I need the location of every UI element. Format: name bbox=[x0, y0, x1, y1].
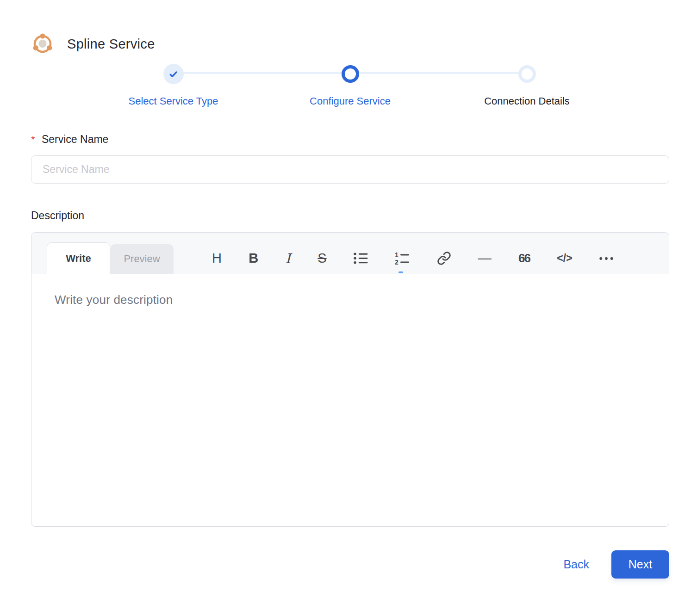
link-button[interactable] bbox=[436, 248, 452, 269]
svg-text:1: 1 bbox=[395, 252, 398, 259]
step-connection-details[interactable]: Connection Details bbox=[439, 64, 616, 107]
step-label-connection-details: Connection Details bbox=[484, 95, 570, 107]
editor-tabs: Write Preview bbox=[47, 242, 174, 274]
quote-icon: 66 bbox=[518, 251, 530, 265]
more-button[interactable] bbox=[598, 248, 614, 269]
heading-button[interactable]: H bbox=[211, 248, 223, 269]
svg-text:2: 2 bbox=[395, 259, 398, 265]
step-active-circle-icon bbox=[342, 65, 359, 83]
description-label-text: Description bbox=[31, 209, 84, 222]
code-button[interactable]: </> bbox=[556, 248, 573, 269]
unordered-list-button[interactable] bbox=[353, 248, 369, 269]
ordered-list-icon: 12 bbox=[395, 252, 410, 265]
step-completed-check-icon bbox=[163, 64, 184, 84]
header: Spline Service bbox=[31, 32, 669, 55]
description-editor: Write Preview HBIS12—66</> Write your de… bbox=[31, 232, 669, 527]
heading-icon: H bbox=[212, 251, 222, 266]
bold-button[interactable]: B bbox=[248, 248, 259, 269]
link-icon bbox=[437, 251, 451, 265]
service-name-input[interactable] bbox=[31, 155, 669, 184]
italic-icon: I bbox=[286, 251, 291, 266]
code-icon: </> bbox=[557, 252, 572, 265]
required-asterisk: * bbox=[31, 134, 35, 145]
tab-preview[interactable]: Preview bbox=[110, 244, 174, 274]
step-label-configure-service: Configure Service bbox=[310, 95, 391, 107]
horizontal-rule-button[interactable]: — bbox=[477, 248, 492, 269]
back-button[interactable]: Back bbox=[563, 558, 589, 571]
step-label-select-service-type: Select Service Type bbox=[128, 95, 218, 107]
page-title: Spline Service bbox=[67, 37, 155, 52]
strikethrough-button[interactable]: S bbox=[317, 248, 327, 269]
service-name-label-text: Service Name bbox=[42, 133, 108, 145]
spline-service-logo-icon bbox=[31, 32, 54, 55]
next-button[interactable]: Next bbox=[611, 550, 669, 579]
italic-button[interactable]: I bbox=[285, 248, 292, 269]
step-upcoming-circle-icon bbox=[518, 65, 536, 83]
unordered-list-icon bbox=[354, 252, 368, 265]
horizontal-rule-icon: — bbox=[478, 251, 492, 266]
service-name-label: * Service Name bbox=[31, 133, 669, 146]
ordered-list-button[interactable]: 12 bbox=[394, 248, 411, 269]
step-select-service-type[interactable]: Select Service Type bbox=[85, 64, 262, 107]
description-input-area[interactable]: Write your description bbox=[31, 274, 669, 526]
tab-write[interactable]: Write bbox=[47, 242, 110, 274]
step-configure-service[interactable]: Configure Service bbox=[262, 64, 439, 107]
service-wizard-page: Spline Service Select Service Type bbox=[0, 0, 697, 579]
description-placeholder: Write your description bbox=[55, 293, 646, 307]
stepper: Select Service Type Configure Service Co… bbox=[85, 64, 616, 107]
bold-icon: B bbox=[249, 251, 258, 266]
strikethrough-icon: S bbox=[317, 251, 326, 266]
quote-button[interactable]: 66 bbox=[517, 248, 531, 269]
more-icon bbox=[599, 257, 613, 260]
editor-header-bar: Write Preview HBIS12—66</> bbox=[31, 233, 669, 274]
description-label: Description bbox=[31, 209, 669, 222]
wizard-footer: Back Next bbox=[31, 550, 669, 579]
